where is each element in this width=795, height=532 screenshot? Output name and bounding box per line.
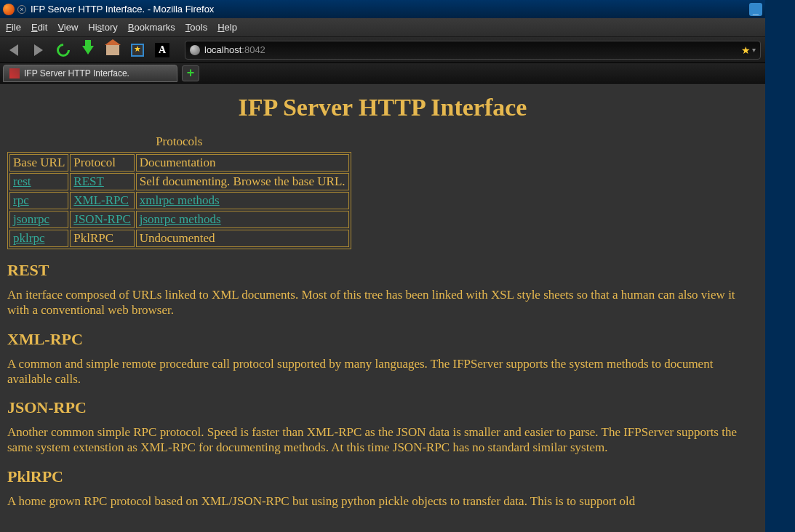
table-row: rest REST Self documenting. Browse the b… [9, 173, 349, 190]
menu-file[interactable]: File [6, 22, 21, 33]
reload-icon [54, 41, 72, 59]
back-icon [9, 44, 18, 56]
forward-icon [34, 44, 43, 56]
section-text-jsonrpc: Another common simple RPC protocol. Spee… [7, 424, 758, 456]
home-button[interactable] [103, 41, 122, 60]
globe-icon [190, 45, 200, 55]
forward-button[interactable] [29, 41, 48, 60]
cell-pklrpc-doc: Undocumented [136, 230, 349, 247]
th-protocol: Protocol [70, 154, 134, 172]
url-bar[interactable]: localhost:8042 ★ ▾ [185, 41, 761, 60]
section-text-rest: An iterface composed of URLs linked to X… [7, 287, 758, 318]
section-text-xmlrpc: A common and simple remote procedure cal… [7, 356, 758, 387]
tab-bar: IFP Server HTTP Interface. + [0, 63, 765, 84]
section-heading-pklrpc: PklRPC [7, 467, 758, 486]
menu-tools[interactable]: Tools [185, 22, 207, 33]
close-icon[interactable]: × [17, 5, 26, 14]
section-heading-rest: REST [7, 261, 758, 280]
menu-edit[interactable]: Edit [31, 22, 47, 33]
downloads-button[interactable] [79, 41, 97, 60]
menu-help[interactable]: Help [217, 22, 237, 33]
page-title: IFP Server HTTP Interface [7, 94, 758, 121]
link-pklrpc-base[interactable]: pklrpc [13, 231, 44, 245]
menu-view[interactable]: View [57, 22, 78, 33]
page-content: IFP Server HTTP Interface Protocols Base… [0, 84, 765, 532]
link-rpc-base[interactable]: rpc [13, 193, 29, 207]
table-row: pklrpc PklRPC Undocumented [9, 230, 349, 247]
section-text-pklrpc: A home grown RPC protocol based on XML/J… [7, 493, 758, 509]
new-tab-button[interactable]: + [182, 65, 199, 81]
section-heading-jsonrpc: JSON-RPC [7, 398, 758, 417]
menu-history[interactable]: History [88, 22, 117, 33]
title-bar: × IFP Server HTTP Interface. - Mozilla F… [0, 0, 765, 18]
section-heading-xmlrpc: XML-RPC [7, 330, 758, 349]
star-icon[interactable]: ★ [741, 44, 751, 56]
bookmark-icon [131, 44, 144, 57]
cell-rest-doc: Self documenting. Browse the base URL. [136, 173, 349, 190]
browser-window: × IFP Server HTTP Interface. - Mozilla F… [0, 0, 765, 532]
window-title: IFP Server HTTP Interface. - Mozilla Fir… [31, 4, 214, 15]
noscript-button[interactable]: A [153, 41, 172, 60]
link-rest-base[interactable]: rest [13, 174, 31, 188]
back-button[interactable] [4, 41, 23, 60]
table-header-row: Base URL Protocol Documentation [9, 154, 349, 172]
firefox-icon [3, 4, 15, 15]
letter-a-icon: A [155, 43, 169, 57]
url-host: localhost [204, 44, 241, 55]
protocols-table: Protocols Base URL Protocol Documentatio… [7, 134, 351, 249]
reload-button[interactable] [54, 41, 73, 60]
bookmarks-button[interactable] [128, 41, 147, 60]
minimize-button[interactable]: _ [749, 3, 762, 16]
menu-bookmarks[interactable]: Bookmarks [128, 22, 175, 33]
link-rpc-doc[interactable]: xmlrpc methods [140, 193, 220, 207]
table-row: rpc XML-RPC xmlrpc methods [9, 192, 349, 209]
home-icon [106, 45, 119, 55]
toolbar: A localhost:8042 ★ ▾ [0, 37, 765, 63]
link-jsonrpc-base[interactable]: jsonrpc [13, 212, 49, 226]
table-caption: Protocols [7, 134, 351, 152]
download-icon [82, 46, 94, 55]
chevron-down-icon[interactable]: ▾ [752, 46, 756, 54]
link-rpc-proto[interactable]: XML-RPC [73, 193, 129, 207]
url-port: :8042 [241, 44, 265, 55]
link-jsonrpc-proto[interactable]: JSON-RPC [73, 212, 130, 226]
cell-pklrpc-proto: PklRPC [70, 230, 134, 247]
table-row: jsonrpc JSON-RPC jsonrpc methods [9, 211, 349, 228]
link-rest-proto[interactable]: REST [73, 174, 104, 188]
th-documentation: Documentation [136, 154, 349, 172]
link-jsonrpc-doc[interactable]: jsonrpc methods [140, 212, 221, 226]
menu-bar: File Edit View History Bookmarks Tools H… [0, 18, 765, 37]
tab-label: IFP Server HTTP Interface. [24, 68, 129, 78]
tab-active[interactable]: IFP Server HTTP Interface. [3, 65, 177, 82]
favicon-icon [9, 68, 20, 78]
th-base-url: Base URL [9, 154, 68, 172]
